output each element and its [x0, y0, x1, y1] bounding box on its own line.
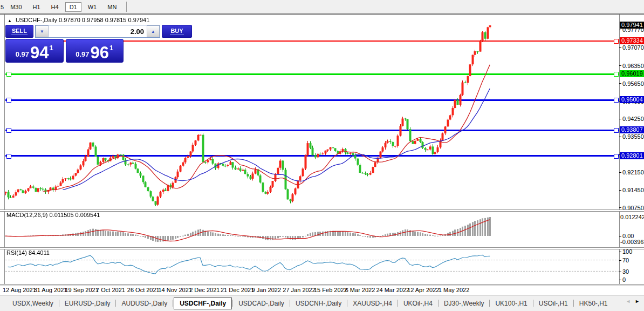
- mt5-terminal: 5M30H1H4D1W1MN ▲ USDCHF-,Daily 0.97870 0…: [0, 0, 644, 311]
- volume-decrease-button[interactable]: ▼: [36, 25, 49, 37]
- hline-handle-right-0.92801[interactable]: [614, 154, 619, 159]
- volume-input[interactable]: [49, 25, 147, 37]
- tab-separator: [533, 300, 533, 307]
- buy-price-pip: 1: [109, 44, 113, 52]
- date-label: 1 May 2022: [439, 287, 469, 293]
- hline-handle-right-0.96019[interactable]: [614, 72, 619, 77]
- date-label: 24 Mar 2022: [376, 287, 409, 293]
- timeframe-m30[interactable]: M30: [6, 2, 26, 12]
- date-label: 26 Oct 2021: [127, 287, 160, 293]
- date-axis[interactable]: 12 Aug 202131 Aug 202119 Sep 20217 Oct 2…: [0, 285, 644, 295]
- tab-xauusd-h4[interactable]: XAUUSD-,H4: [348, 298, 397, 309]
- tab-separator: [573, 300, 574, 307]
- hline-handle-left-0.96019[interactable]: [6, 72, 11, 77]
- buy-price-big: 96: [91, 46, 109, 60]
- price-badge-0.92801: 0.92801: [620, 152, 644, 159]
- timeframe-5[interactable]: 5: [0, 2, 5, 12]
- date-label: 12 Apr 2022: [407, 287, 439, 293]
- price-tick-0.94250: 0.94250: [619, 116, 644, 122]
- rsi-dates-divider: [0, 284, 644, 286]
- tab-separator: [173, 300, 173, 307]
- chart-title: ▲ USDCHF-,Daily 0.97870 0.97958 0.97815 …: [8, 17, 149, 23]
- timeframe-h4[interactable]: H4: [47, 2, 63, 12]
- macd-rsi-divider[interactable]: [0, 247, 644, 249]
- chart-ohlc-values: 0.97870 0.97958 0.97815 0.97941: [59, 17, 149, 23]
- tab-scroll-arrows: ◄ ►: [626, 299, 640, 304]
- hline-handle-left-0.95004[interactable]: [6, 98, 11, 103]
- tab-ukoil-h4[interactable]: UKOil-,H4: [399, 298, 437, 309]
- hline-handle-left-0.93807[interactable]: [6, 128, 11, 133]
- collapse-arrow-icon[interactable]: ▲: [8, 18, 12, 23]
- macd-label: MACD(12,26,9) 0.011505 0.009541: [6, 212, 100, 218]
- sell-price-pip: 1: [50, 44, 53, 52]
- volume-spinner: ▼ ▲: [35, 25, 160, 38]
- volume-increase-button[interactable]: ▲: [147, 25, 160, 37]
- tab-separator: [347, 300, 347, 307]
- timeframe-toolbar: 5M30H1H4D1W1MN: [0, 0, 644, 13]
- tab-separator: [59, 300, 59, 307]
- chart-symbol-label: USDCHF-,Daily: [16, 17, 57, 23]
- price-tick-0.97070: 0.97070: [619, 44, 644, 51]
- price-badge-0.96019: 0.96019: [620, 70, 644, 77]
- timeframe-mn[interactable]: MN: [103, 2, 121, 12]
- tab-usoil-h1[interactable]: USOil-,H1: [534, 298, 573, 309]
- toolbar-separator: [126, 2, 127, 12]
- price-tick-0.92150: 0.92150: [619, 169, 644, 175]
- price-tick-0.96350: 0.96350: [619, 63, 644, 69]
- tab-usdx-weekly[interactable]: USDX,Weekly: [8, 298, 58, 309]
- sell-button[interactable]: SELL: [5, 25, 33, 38]
- price-tick-0.91450: 0.91450: [619, 187, 644, 193]
- indicator-tick-30: 30: [619, 268, 644, 275]
- price-badge-0.95004: 0.95004: [620, 96, 644, 103]
- date-label: 14 Nov 2021: [159, 287, 192, 293]
- hline-handle-right-0.93807[interactable]: [614, 128, 619, 133]
- timeframe-w1[interactable]: W1: [84, 2, 101, 12]
- tab-separator: [398, 300, 398, 307]
- date-label: 9 Jan 2022: [252, 287, 281, 293]
- price-badge-0.93807: 0.93807: [620, 126, 644, 133]
- timeframe-h1[interactable]: H1: [29, 2, 45, 12]
- hline-handle-right-0.95004[interactable]: [614, 98, 619, 103]
- tab-separator: [115, 300, 116, 307]
- date-label: 6 Mar 2022: [345, 287, 375, 293]
- date-label: 2 Dec 2021: [189, 287, 220, 293]
- tab-uk100-h1[interactable]: UK100-,H1: [490, 298, 532, 309]
- tab-separator: [290, 300, 290, 307]
- price-badge-0.97941: 0.97941: [620, 22, 644, 29]
- hline-handle-left-0.92801[interactable]: [6, 154, 11, 159]
- sell-price-big: 94: [30, 46, 49, 60]
- chart-tab-bar: USDX,WeeklyEURUSD-,DailyAUDUSD-,DailyUSD…: [0, 295, 644, 311]
- indicator-tick--0.003963: -0.003963: [619, 239, 644, 245]
- sell-price-box[interactable]: 0.97 94 1: [5, 39, 64, 63]
- tab-usdcnh-daily[interactable]: USDCNH-,Daily: [291, 298, 346, 309]
- chart-frame-top-border: [0, 13, 644, 15]
- date-label: 31 Aug 2021: [34, 287, 67, 293]
- tab-usdcad-daily[interactable]: USDCAD-,Daily: [234, 298, 289, 309]
- indicator-tick-70: 70: [619, 257, 644, 263]
- tab-scroll-left-icon[interactable]: ◄: [626, 299, 631, 304]
- date-label: 21 Dec 2021: [221, 287, 254, 293]
- date-label: 19 Sep 2021: [65, 287, 98, 293]
- tab-separator: [232, 300, 233, 307]
- buy-price-box[interactable]: 0.97 96 1: [66, 39, 124, 63]
- indicator-tick-0: 0: [619, 276, 644, 283]
- tab-hk50-h1[interactable]: HK50-,H1: [574, 298, 613, 309]
- hline-handle-right-0.97334[interactable]: [614, 39, 619, 44]
- tab-separator: [489, 300, 490, 307]
- price-badge-0.97334: 0.97334: [620, 37, 644, 44]
- buy-button[interactable]: BUY: [162, 25, 192, 38]
- price-tick-0.95650: 0.95650: [619, 80, 644, 87]
- indicator-tick-0.012242: 0.012242: [619, 214, 644, 220]
- timeframe-d1[interactable]: D1: [65, 2, 81, 12]
- tab-eurusd-daily[interactable]: EURUSD-,Daily: [60, 298, 115, 309]
- tab-scroll-right-icon[interactable]: ►: [635, 299, 640, 304]
- tab-dj30-weekly[interactable]: DJ30-,Weekly: [439, 298, 489, 309]
- tab-separator: [438, 300, 439, 307]
- sell-price-prefix: 0.97: [16, 50, 29, 58]
- tab-usdchf-daily[interactable]: USDCHF-,Daily: [174, 298, 232, 309]
- date-label: 27 Jan 2022: [283, 287, 316, 293]
- one-click-trade-widget: SELL ▼ ▲ BUY 0.97 94 1 0.97 96 1: [5, 25, 124, 63]
- date-label: 15 Feb 2022: [314, 287, 347, 293]
- tab-audusd-daily[interactable]: AUDUSD-,Daily: [117, 298, 172, 309]
- rsi-label: RSI(14) 84.4011: [6, 249, 50, 256]
